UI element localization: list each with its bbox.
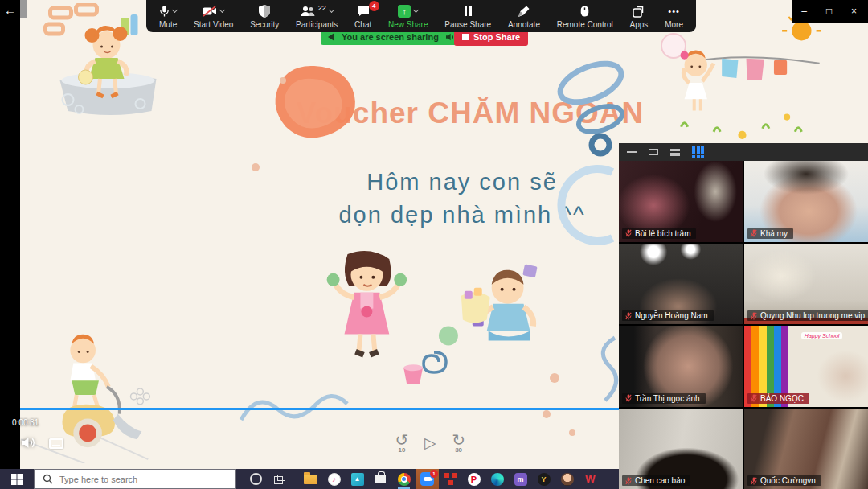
close-button[interactable]: × — [841, 6, 866, 17]
search-icon — [43, 474, 53, 484]
clock-app-icon: Y — [538, 473, 551, 486]
scrollbar-thumb[interactable] — [20, 0, 27, 18]
remote-control-label: Remote Control — [557, 20, 613, 29]
taskbar-app-red-grid[interactable] — [439, 469, 462, 489]
security-label: Security — [250, 20, 279, 29]
speaker-view-icon[interactable] — [649, 149, 658, 155]
security-button[interactable]: Security — [250, 5, 279, 29]
chevron-up-icon[interactable] — [172, 7, 178, 13]
taskbar-app-edge[interactable] — [485, 469, 509, 489]
stop-square-icon — [462, 34, 469, 40]
microsoft-store-icon — [375, 475, 386, 483]
pause-share-label: Pause Share — [444, 20, 491, 29]
taskbar-search[interactable] — [34, 469, 236, 489]
taskbar-app-zoom[interactable]: 1 — [416, 469, 439, 489]
participant-name-tag: Nguyễn Hoàng Nam — [622, 310, 714, 321]
chat-button[interactable]: 4 Chat — [354, 5, 371, 29]
forward-30-button[interactable]: ↻ 30 — [449, 433, 469, 454]
participant-tile[interactable]: Quốc Cườngvn — [744, 409, 868, 489]
play-button[interactable]: ▷ — [424, 433, 436, 454]
chevron-up-icon[interactable] — [329, 7, 334, 13]
start-video-label: Start Video — [194, 20, 233, 29]
taskbar-app-avatar[interactable] — [555, 469, 579, 489]
taskbar-app-clock[interactable]: Y — [532, 469, 555, 489]
participant-tile[interactable]: Nguyễn Hoàng Nam — [619, 244, 743, 325]
mouse-icon — [580, 5, 589, 18]
muted-mic-icon — [625, 229, 632, 237]
start-video-button[interactable]: Start Video — [194, 5, 233, 29]
participant-tile[interactable]: Quyng Nhu lop truong me vip — [744, 244, 868, 325]
sharing-indicator-icon — [328, 33, 334, 41]
participant-tile[interactable]: Khả my — [744, 161, 868, 242]
participant-name: Quốc Cườngvn — [760, 476, 816, 485]
pause-share-button[interactable]: Pause Share — [444, 5, 491, 29]
muted-mic-icon — [625, 477, 632, 485]
minimize-panel-icon[interactable] — [627, 151, 637, 153]
annotate-label: Annotate — [508, 20, 540, 29]
remote-control-button[interactable]: Remote Control — [557, 5, 613, 29]
rewind-seconds: 10 — [399, 446, 406, 454]
rewind-arrow-icon: ↺ — [392, 433, 411, 447]
taskbar-app-pinterest[interactable]: P — [462, 469, 485, 489]
microphone-icon — [159, 5, 170, 18]
new-share-button[interactable]: ↑ New Share — [388, 5, 428, 29]
restore-button[interactable]: □ — [817, 6, 841, 17]
participant-name: Trần Thị ngọc ánh — [635, 394, 700, 403]
start-button[interactable] — [0, 469, 34, 489]
task-view-button[interactable] — [268, 469, 291, 489]
gallery-view-icon[interactable] — [692, 146, 704, 158]
taskbar-app-itunes[interactable]: ♪ — [322, 469, 346, 489]
participant-name-tag: Trần Thị ngọc ánh — [622, 393, 706, 404]
participants-button[interactable]: 22 Participants — [296, 5, 338, 29]
windows-logo-icon — [11, 474, 23, 485]
illustration-kids-tidying — [283, 240, 588, 412]
search-input[interactable] — [59, 475, 212, 484]
more-button[interactable]: ••• More — [665, 5, 683, 29]
muted-mic-icon — [751, 477, 757, 485]
participant-tile[interactable]: Trần Thị ngọc ánh — [619, 326, 743, 407]
ellipsis-icon: ••• — [668, 6, 680, 16]
muted-mic-icon — [751, 229, 757, 237]
annotate-button[interactable]: Annotate — [508, 5, 540, 29]
participant-name: BẢO NGỌC — [760, 394, 804, 403]
participant-tile[interactable]: Happy School BẢO NGỌC — [744, 326, 868, 407]
apps-button[interactable]: Apps — [630, 5, 649, 29]
rewind-10-button[interactable]: ↺ 10 — [392, 433, 411, 454]
chat-badge: 4 — [369, 1, 379, 11]
mano-app-icon: m — [514, 473, 527, 486]
mute-button[interactable]: Mute — [159, 5, 177, 29]
participants-count: 22 — [318, 4, 326, 12]
participant-name-tag: Quyng Nhu lop truong me vip — [747, 310, 868, 321]
participant-name: Quyng Nhu lop truong me vip — [760, 311, 865, 320]
apps-icon — [633, 6, 645, 18]
pinterest-icon: P — [468, 473, 481, 486]
camera-off-icon — [203, 6, 217, 17]
captions-icon[interactable] — [49, 438, 63, 449]
cortana-icon — [250, 473, 262, 485]
cortana-button[interactable] — [244, 469, 268, 489]
minimize-button[interactable]: – — [792, 6, 817, 17]
video-progress-bar[interactable] — [20, 408, 620, 410]
taskbar-app-mano[interactable]: m — [509, 469, 532, 489]
taskbar-app-microsoft-store[interactable] — [369, 469, 392, 489]
shield-icon — [259, 5, 270, 18]
participant-tile[interactable]: Chen cao bảo — [619, 409, 743, 489]
back-arrow-icon[interactable]: ← — [4, 3, 16, 17]
panel-header — [619, 143, 868, 161]
volume-icon[interactable] — [22, 437, 36, 449]
participants-label: Participants — [296, 20, 338, 29]
window-controls: – □ × — [792, 0, 868, 23]
strip-view-icon[interactable] — [670, 149, 680, 156]
chrome-icon — [398, 473, 411, 486]
illustration-girl-hanging-laundry — [664, 13, 825, 143]
taskbar-app-wps[interactable]: W — [579, 469, 602, 489]
zoom-notification-badge: 1 — [430, 470, 438, 478]
new-share-label: New Share — [388, 20, 428, 29]
chevron-up-icon[interactable] — [413, 7, 419, 13]
taskbar-app-file-explorer[interactable] — [299, 469, 322, 489]
chevron-up-icon[interactable] — [219, 7, 225, 13]
participant-tile[interactable]: Bùi lê bích trâm — [619, 161, 743, 242]
taskbar-app-photos[interactable]: ▲ — [346, 469, 369, 489]
taskbar-app-chrome[interactable] — [392, 469, 416, 489]
happy-school-poster: Happy School — [801, 332, 843, 339]
